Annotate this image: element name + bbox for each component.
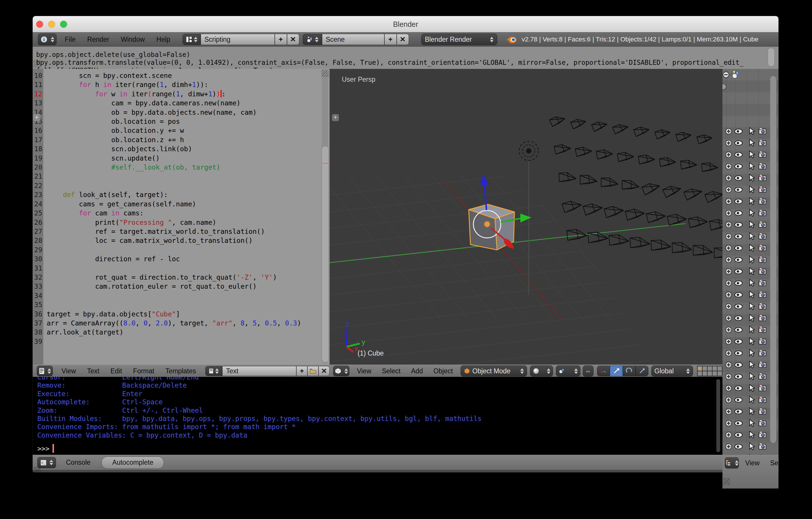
visibility-eye-icon xyxy=(735,293,742,297)
python-console-area[interactable]: Cursor: Left/Right Home/End Remove: Back… xyxy=(33,377,722,455)
manipulate-center-points-button[interactable]: ⇔ xyxy=(583,365,593,377)
delete-scene-button[interactable]: ✕ xyxy=(397,34,409,45)
expand-icon xyxy=(726,397,731,403)
console-menu[interactable]: Console xyxy=(64,459,92,466)
workspace-name-field[interactable]: Scripting xyxy=(201,34,275,45)
selectability-cursor-icon xyxy=(750,139,755,146)
outliner-menu-search[interactable]: Se xyxy=(768,459,780,467)
vp-menu-add[interactable]: Add xyxy=(409,367,425,375)
editor-type-3dview-dropdown[interactable] xyxy=(333,366,349,376)
vp-menu-select[interactable]: Select xyxy=(380,367,402,375)
editor-type-console-dropdown[interactable]: >_ xyxy=(37,457,56,468)
visibility-eye-icon xyxy=(735,362,742,367)
vp-menu-view[interactable]: View xyxy=(355,367,373,375)
info-log-area[interactable]: bpy.ops.object.delete(use_global=False) … xyxy=(33,47,779,69)
info-icon: i xyxy=(40,36,48,43)
workspace-selector[interactable]: Scripting + ✕ xyxy=(182,34,299,45)
editor-type-outliner-dropdown[interactable] xyxy=(725,457,739,468)
render-engine-dropdown[interactable]: Blender Render xyxy=(421,33,497,45)
area-corner-grip[interactable] xyxy=(707,377,715,385)
editor-region-plus-icon[interactable]: + xyxy=(33,114,40,121)
new-text-button[interactable]: + xyxy=(296,366,308,376)
text-editor-icon xyxy=(39,367,45,375)
camera-array-wireframes[interactable] xyxy=(549,115,722,262)
outliner-vertical-scrollbar[interactable] xyxy=(770,76,776,443)
pivot-dropdown[interactable] xyxy=(556,365,580,377)
editor-type-info-dropdown[interactable]: i xyxy=(38,33,57,45)
scene-dropdown[interactable] xyxy=(303,34,322,45)
viewport-3d[interactable]: z y x User Persp (1) Cube + xyxy=(329,69,723,364)
visibility-eye-icon xyxy=(735,421,742,426)
viewport-region-plus-icon[interactable]: + xyxy=(332,114,339,121)
area-corner-grip[interactable] xyxy=(723,478,730,485)
expand-icon xyxy=(726,409,731,414)
screen-layout-dropdown[interactable] xyxy=(182,34,201,45)
scale-manipulator-button[interactable] xyxy=(636,366,648,376)
orientation-dropdown[interactable]: Global xyxy=(651,365,693,377)
renderability-camera-icon xyxy=(759,245,766,251)
selectability-cursor-icon xyxy=(750,174,755,181)
renderability-camera-icon xyxy=(759,221,766,227)
unlink-text-button[interactable]: ✕ xyxy=(319,366,329,376)
selectability-cursor-icon xyxy=(750,419,755,427)
shading-dropdown[interactable] xyxy=(530,365,553,377)
translate-arrow-icon xyxy=(613,368,619,374)
selectability-cursor-icon xyxy=(750,151,755,158)
text-name-field[interactable]: Text xyxy=(222,366,296,376)
outliner-menu-view[interactable]: View xyxy=(744,459,761,467)
delete-workspace-button[interactable]: ✕ xyxy=(287,34,299,45)
menu-help[interactable]: Help xyxy=(154,36,172,44)
text-editor-area[interactable]: 10 11 12 13 14 15 16 17 18 19 20 21 22 2… xyxy=(33,69,330,364)
vp-menu-object[interactable]: Object xyxy=(432,367,455,375)
add-scene-button[interactable]: + xyxy=(384,34,397,45)
expand-icon xyxy=(726,163,731,169)
clipped-row-icon xyxy=(722,83,727,90)
shading-sphere-icon xyxy=(532,367,540,375)
autocomplete-button[interactable]: Autocomplete xyxy=(102,457,164,469)
manipulator-toggle-group xyxy=(597,366,648,376)
area-corner-grip[interactable] xyxy=(321,70,329,77)
scene-name-field[interactable]: Scene xyxy=(322,34,384,45)
scene-selector[interactable]: Scene + ✕ xyxy=(303,34,409,45)
console-scrollbar[interactable] xyxy=(716,379,720,452)
expand-icon xyxy=(726,292,731,298)
renderability-camera-icon xyxy=(759,210,766,216)
outliner-area[interactable]: 7 xyxy=(722,69,779,486)
editor-type-text-dropdown[interactable] xyxy=(37,366,53,376)
manipulator-axes-icon[interactable] xyxy=(597,366,610,376)
menu-render[interactable]: Render xyxy=(85,36,111,44)
area-corner-grip[interactable] xyxy=(34,467,41,474)
translate-manipulator-button[interactable] xyxy=(610,366,623,376)
scrollbar-cursor-marker xyxy=(322,163,328,164)
text-menu-edit[interactable]: Edit xyxy=(109,367,124,375)
menu-window[interactable]: Window xyxy=(119,36,147,44)
editor-scrollbar-thumb[interactable] xyxy=(322,146,329,362)
text-menu-view[interactable]: View xyxy=(60,367,78,375)
text-menu-templates[interactable]: Templates xyxy=(164,367,198,375)
layers-widget[interactable] xyxy=(697,366,722,376)
renderability-camera-icon xyxy=(759,315,766,321)
visibility-eye-icon xyxy=(735,398,742,402)
text-datablock-selector[interactable]: Text + ✕ xyxy=(205,366,329,376)
expand-icon xyxy=(726,444,731,449)
open-text-button[interactable] xyxy=(308,366,319,376)
text-menu-format[interactable]: Format xyxy=(131,367,156,375)
svg-text:i: i xyxy=(44,37,45,42)
menu-file[interactable]: File xyxy=(63,36,77,44)
text-menu-text[interactable]: Text xyxy=(85,367,101,375)
selectability-cursor-icon xyxy=(750,443,755,450)
log-scrollbar[interactable] xyxy=(768,48,775,66)
outliner-camera-row[interactable] xyxy=(722,442,779,453)
area-corner-grip[interactable] xyxy=(33,60,41,68)
rotate-manipulator-button[interactable] xyxy=(623,366,636,376)
mode-dropdown[interactable]: Object Mode xyxy=(461,365,527,377)
text-datablock-dropdown[interactable] xyxy=(205,366,222,376)
visibility-eye-icon xyxy=(735,211,742,215)
console-prompt-line[interactable]: >>> xyxy=(37,444,54,453)
expand-icon xyxy=(726,175,731,181)
rotate-arc-icon xyxy=(626,368,632,374)
selectability-cursor-icon xyxy=(750,163,755,170)
add-workspace-button[interactable]: + xyxy=(275,34,287,45)
renderability-camera-icon xyxy=(759,326,766,332)
code-text[interactable]: scn = bpy.context.scene for h in iter(ra… xyxy=(47,69,301,346)
